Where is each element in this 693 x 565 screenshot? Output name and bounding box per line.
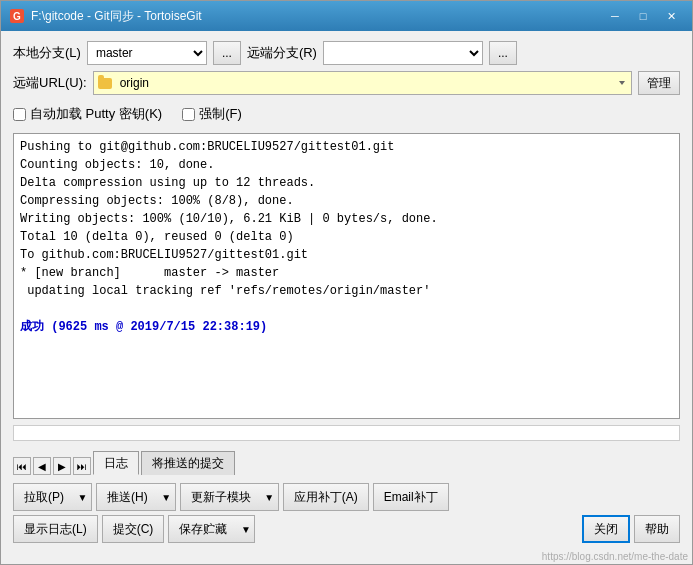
tabs-row: ⏮ ◀ ▶ ⏭ 日志 将推送的提交 bbox=[13, 449, 680, 475]
tab-nav-first[interactable]: ⏮ bbox=[13, 457, 31, 475]
log-line-4: Compressing objects: 100% (8/8), done. bbox=[20, 192, 673, 210]
remote-url-label: 远端URL(U): bbox=[13, 74, 87, 92]
pull-button[interactable]: 拉取(P) bbox=[13, 483, 74, 511]
remote-url-row: 远端URL(U): origin 管理 bbox=[13, 71, 680, 95]
local-branch-select[interactable]: master bbox=[87, 41, 207, 65]
remote-url-container: origin bbox=[93, 71, 632, 95]
log-line-2: Counting objects: 10, done. bbox=[20, 156, 673, 174]
push-dropdown-button[interactable]: ▼ bbox=[158, 483, 176, 511]
local-branch-row: 本地分支(L) master ... 远端分支(R) ... bbox=[13, 41, 680, 65]
window-controls: ─ □ ✕ bbox=[602, 6, 684, 26]
svg-text:G: G bbox=[13, 11, 21, 22]
log-line-8: * [new branch] master -> master bbox=[20, 264, 673, 282]
maximize-button[interactable]: □ bbox=[630, 6, 656, 26]
tab-nav-last[interactable]: ⏭ bbox=[73, 457, 91, 475]
stash-dropdown-button[interactable]: ▼ bbox=[237, 515, 255, 543]
force-label-text: 强制(F) bbox=[199, 105, 242, 123]
main-content: 本地分支(L) master ... 远端分支(R) ... 远端URL(U):… bbox=[1, 31, 692, 551]
force-checkbox[interactable] bbox=[182, 108, 195, 121]
putty-checkbox-label[interactable]: 自动加载 Putty 密钥(K) bbox=[13, 105, 162, 123]
svg-marker-2 bbox=[619, 81, 625, 85]
pull-btn-group: 拉取(P) ▼ bbox=[13, 483, 92, 511]
manage-button[interactable]: 管理 bbox=[638, 71, 680, 95]
commit-button[interactable]: 提交(C) bbox=[102, 515, 165, 543]
button-row-2: 显示日志(L) 提交(C) 保存贮藏 ▼ 关闭 帮助 bbox=[13, 515, 680, 543]
window-title: F:\gitcode - Git同步 - TortoiseGit bbox=[31, 8, 602, 25]
local-branch-dots-button[interactable]: ... bbox=[213, 41, 241, 65]
submodule-button[interactable]: 更新子模块 bbox=[180, 483, 261, 511]
close-button[interactable]: 关闭 bbox=[582, 515, 630, 543]
log-line-6: Total 10 (delta 0), reused 0 (delta 0) bbox=[20, 228, 673, 246]
stash-button[interactable]: 保存贮藏 bbox=[168, 515, 237, 543]
app-icon: G bbox=[9, 8, 25, 24]
tab-log[interactable]: 日志 bbox=[93, 451, 139, 475]
log-line-1: Pushing to git@github.com:BRUCELIU9527/g… bbox=[20, 138, 673, 156]
push-button[interactable]: 推送(H) bbox=[96, 483, 158, 511]
remote-branch-label: 远端分支(R) bbox=[247, 44, 317, 62]
log-success-line: 成功 (9625 ms @ 2019/7/15 22:38:19) bbox=[20, 318, 673, 336]
local-branch-label: 本地分支(L) bbox=[13, 44, 81, 62]
log-line-5: Writing objects: 100% (10/10), 6.21 KiB … bbox=[20, 210, 673, 228]
title-bar: G F:\gitcode - Git同步 - TortoiseGit ─ □ ✕ bbox=[1, 1, 692, 31]
progress-bar bbox=[13, 425, 680, 441]
main-window: G F:\gitcode - Git同步 - TortoiseGit ─ □ ✕… bbox=[0, 0, 693, 565]
log-area[interactable]: Pushing to git@github.com:BRUCELIU9527/g… bbox=[13, 133, 680, 419]
remote-branch-dots-button[interactable]: ... bbox=[489, 41, 517, 65]
submodule-dropdown-button[interactable]: ▼ bbox=[261, 483, 279, 511]
push-btn-group: 推送(H) ▼ bbox=[96, 483, 176, 511]
pull-dropdown-button[interactable]: ▼ bbox=[74, 483, 92, 511]
submodule-btn-group: 更新子模块 ▼ bbox=[180, 483, 279, 511]
remote-branch-select[interactable] bbox=[323, 41, 483, 65]
log-line-7: To github.com:BRUCELIU9527/gittest01.git bbox=[20, 246, 673, 264]
tab-commits[interactable]: 将推送的提交 bbox=[141, 451, 235, 475]
tab-nav-next[interactable]: ▶ bbox=[53, 457, 71, 475]
remote-url-value: origin bbox=[120, 76, 613, 90]
log-line-3: Delta compression using up to 12 threads… bbox=[20, 174, 673, 192]
tab-nav-prev[interactable]: ◀ bbox=[33, 457, 51, 475]
show-log-button[interactable]: 显示日志(L) bbox=[13, 515, 98, 543]
watermark: https://blog.csdn.net/me-the-date bbox=[1, 551, 692, 564]
close-window-button[interactable]: ✕ bbox=[658, 6, 684, 26]
button-row-1: 拉取(P) ▼ 推送(H) ▼ 更新子模块 ▼ 应用补丁(A) Email补丁 bbox=[13, 483, 680, 511]
button-rows: 拉取(P) ▼ 推送(H) ▼ 更新子模块 ▼ 应用补丁(A) Email补丁 … bbox=[13, 483, 680, 543]
options-row: 自动加载 Putty 密钥(K) 强制(F) bbox=[13, 101, 680, 127]
stash-btn-group: 保存贮藏 ▼ bbox=[168, 515, 255, 543]
apply-patch-button[interactable]: 应用补丁(A) bbox=[283, 483, 369, 511]
putty-label-text: 自动加载 Putty 密钥(K) bbox=[30, 105, 162, 123]
dropdown-arrow-icon bbox=[617, 78, 627, 88]
folder-icon bbox=[98, 78, 112, 89]
putty-checkbox[interactable] bbox=[13, 108, 26, 121]
log-line-9: updating local tracking ref 'refs/remote… bbox=[20, 282, 673, 300]
minimize-button[interactable]: ─ bbox=[602, 6, 628, 26]
email-patch-button[interactable]: Email补丁 bbox=[373, 483, 449, 511]
force-checkbox-label[interactable]: 强制(F) bbox=[182, 105, 242, 123]
help-button[interactable]: 帮助 bbox=[634, 515, 680, 543]
